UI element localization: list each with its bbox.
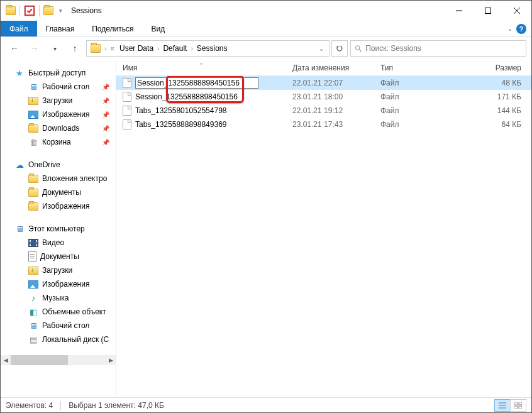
file-name: Tabs_13255801052554798 bbox=[135, 106, 226, 115]
star-icon: ★ bbox=[14, 68, 25, 78]
file-date: 23.01.21 17:43 bbox=[286, 120, 374, 129]
folder-icon bbox=[28, 202, 38, 211]
column-name[interactable]: Имя⌃ bbox=[116, 63, 286, 72]
sidebar-item[interactable]: Документы bbox=[1, 185, 116, 199]
menu-home[interactable]: Главная bbox=[37, 21, 84, 36]
trash-icon: 🗑 bbox=[28, 137, 38, 147]
svg-point-5 bbox=[355, 46, 360, 50]
pin-icon: 📌 bbox=[102, 139, 109, 146]
scroll-right-icon[interactable]: ▶ bbox=[106, 355, 116, 365]
file-rows: 22.01.21 22:07 Файл 48 КБ Session_132558… bbox=[116, 76, 531, 397]
document-icon bbox=[28, 251, 36, 262]
qat-folder-icon[interactable] bbox=[43, 6, 53, 15]
search-icon bbox=[355, 45, 362, 52]
sidebar-item-downloads-en[interactable]: Downloads📌 bbox=[1, 121, 116, 135]
ribbon-expand-icon[interactable]: ⌄ bbox=[507, 25, 513, 32]
sidebar-item-downloads[interactable]: Загрузки bbox=[1, 263, 116, 277]
file-type: Файл bbox=[374, 92, 462, 101]
scroll-left-icon[interactable]: ◀ bbox=[1, 355, 11, 365]
sidebar-item-videos[interactable]: Видео bbox=[1, 236, 116, 250]
folder-icon bbox=[28, 189, 38, 197]
app-icon bbox=[6, 6, 16, 15]
file-row[interactable]: Session_13255888898450156 23.01.21 18:00… bbox=[116, 90, 531, 104]
nav-up-button[interactable]: ↑ bbox=[66, 40, 84, 57]
sidebar-item-recycle[interactable]: 🗑Корзина📌 bbox=[1, 135, 116, 149]
sidebar-onedrive[interactable]: ☁OneDrive bbox=[1, 158, 116, 172]
menu-view[interactable]: Вид bbox=[142, 21, 174, 36]
qat-dropdown-icon[interactable]: ▾ bbox=[55, 5, 66, 16]
maximize-button[interactable] bbox=[474, 1, 502, 21]
refresh-button[interactable] bbox=[331, 40, 348, 57]
chevron-right-icon[interactable]: › bbox=[157, 45, 159, 52]
breadcrumb[interactable]: › « User Data › Default › Sessions ⌄ bbox=[86, 40, 330, 57]
sidebar-item-label: Загрузки bbox=[42, 96, 72, 105]
qat-properties-icon[interactable] bbox=[24, 5, 35, 16]
column-headers: Имя⌃ Дата изменения Тип Размер bbox=[116, 60, 531, 76]
sidebar-quick-access[interactable]: ★Быстрый доступ bbox=[1, 66, 116, 80]
pin-icon: 📌 bbox=[102, 125, 109, 132]
titlebar: ▾ Sessions bbox=[1, 1, 531, 21]
onedrive-icon: ☁ bbox=[14, 160, 25, 170]
rename-input[interactable] bbox=[135, 77, 258, 89]
close-button[interactable] bbox=[502, 1, 531, 21]
sidebar-item-music[interactable]: ♪Музыка bbox=[1, 291, 116, 305]
sidebar-item-label: Изображения bbox=[42, 202, 89, 211]
file-date: 22.01.21 22:07 bbox=[286, 79, 374, 87]
desktop-icon: 🖥 bbox=[28, 82, 38, 92]
breadcrumb-segment[interactable]: User Data bbox=[117, 44, 156, 53]
sidebar-item-label: Downloads bbox=[42, 124, 79, 133]
file-row[interactable]: Tabs_13255888898849369 23.01.21 17:43 Фа… bbox=[116, 118, 531, 131]
nav-history-dropdown[interactable]: ▾ bbox=[46, 40, 64, 57]
breadcrumb-segment[interactable]: Default bbox=[160, 44, 189, 53]
sidebar-item-desktop[interactable]: 🖥Рабочий стол📌 bbox=[1, 80, 116, 94]
view-icons-button[interactable] bbox=[510, 399, 526, 412]
view-details-button[interactable] bbox=[494, 399, 511, 412]
nav-back-button[interactable]: ← bbox=[6, 40, 23, 57]
column-size[interactable]: Размер bbox=[462, 63, 531, 72]
sidebar-item-downloads[interactable]: Загрузки📌 bbox=[1, 94, 116, 107]
column-date[interactable]: Дата изменения bbox=[286, 63, 374, 72]
status-count: Элементов: 4 bbox=[6, 401, 53, 410]
cube-icon: ◧ bbox=[28, 307, 38, 317]
sidebar-this-pc[interactable]: 🖥Этот компьютер bbox=[1, 222, 116, 236]
sidebar-item-pictures[interactable]: Изображения bbox=[1, 277, 116, 291]
file-size: 48 КБ bbox=[462, 79, 531, 87]
address-dropdown-icon[interactable]: ⌄ bbox=[315, 45, 328, 52]
file-date: 22.01.21 19:12 bbox=[286, 106, 374, 115]
address-bar: ← → ▾ ↑ › « User Data › Default › Sessio… bbox=[1, 37, 531, 60]
minimize-button[interactable] bbox=[445, 1, 474, 21]
chevron-right-icon[interactable]: › bbox=[104, 45, 106, 52]
breadcrumb-segment[interactable]: Sessions bbox=[194, 44, 230, 53]
svg-rect-10 bbox=[514, 402, 518, 405]
search-input[interactable] bbox=[350, 40, 526, 57]
menu-share[interactable]: Поделиться bbox=[83, 21, 142, 36]
file-row[interactable]: Tabs_13255801052554798 22.01.21 19:12 Фа… bbox=[116, 104, 531, 118]
navigation-pane: ★Быстрый доступ 🖥Рабочий стол📌 Загрузки📌… bbox=[1, 60, 116, 397]
folder-icon bbox=[28, 175, 38, 183]
file-icon bbox=[123, 92, 131, 102]
file-size: 64 КБ bbox=[462, 120, 531, 129]
menu-file[interactable]: Файл bbox=[1, 21, 37, 36]
sidebar-item-documents[interactable]: Документы bbox=[1, 250, 116, 263]
sidebar-item[interactable]: Изображения bbox=[1, 199, 116, 213]
file-name: Tabs_13255888898849369 bbox=[135, 120, 226, 129]
sidebar-item-3d[interactable]: ◧Объемные объект bbox=[1, 305, 116, 319]
sidebar-item-label: Этот компьютер bbox=[28, 224, 85, 233]
file-list: Имя⌃ Дата изменения Тип Размер 22.01.21 … bbox=[116, 60, 531, 397]
breadcrumb-root-icon[interactable] bbox=[91, 44, 101, 53]
sidebar-item-label: Документы bbox=[40, 252, 79, 261]
file-date: 23.01.21 18:00 bbox=[286, 92, 374, 101]
sidebar-item-pictures[interactable]: Изображения📌 bbox=[1, 107, 116, 121]
window-title: Sessions bbox=[71, 6, 102, 15]
folder-icon bbox=[28, 124, 38, 133]
file-row[interactable]: 22.01.21 22:07 Файл 48 КБ bbox=[116, 76, 531, 90]
sidebar-item-local-disk[interactable]: ▤Локальный диск (С bbox=[1, 333, 116, 346]
sidebar-item-label: Быстрый доступ bbox=[28, 69, 86, 77]
sidebar-item-desktop[interactable]: 🖥Рабочий стол bbox=[1, 319, 116, 333]
column-type[interactable]: Тип bbox=[374, 63, 462, 72]
sidebar-item[interactable]: Вложения электро bbox=[1, 172, 116, 185]
chevron-right-icon[interactable]: › bbox=[191, 45, 192, 52]
sidebar-hscrollbar[interactable]: ◀ ▶ bbox=[1, 355, 116, 365]
help-icon[interactable]: ? bbox=[516, 24, 526, 34]
nav-forward-button[interactable]: → bbox=[26, 40, 43, 57]
